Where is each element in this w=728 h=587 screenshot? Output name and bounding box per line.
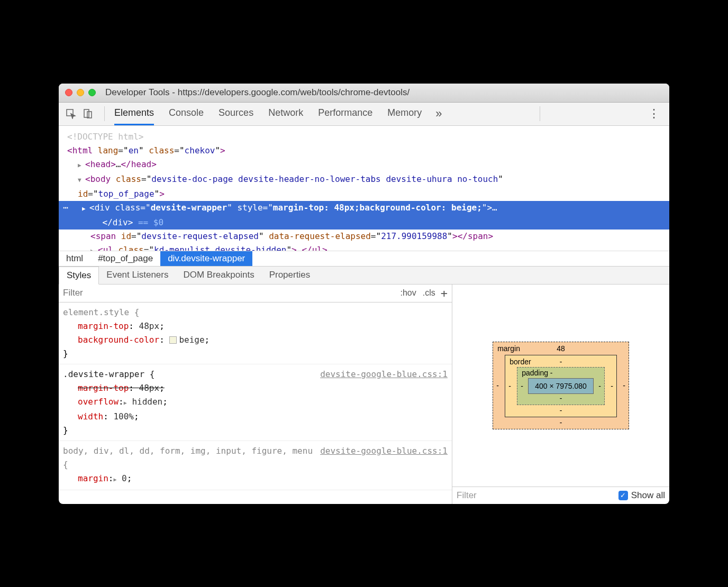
cls-button[interactable]: .cls bbox=[423, 288, 435, 298]
dom-head-node[interactable]: ▶<head>…</head> bbox=[67, 158, 669, 172]
zoom-icon[interactable] bbox=[88, 89, 96, 96]
padding-label: padding - bbox=[522, 369, 552, 377]
border-left-val[interactable]: - bbox=[508, 382, 511, 390]
checkbox-checked-icon[interactable]: ✓ bbox=[618, 491, 628, 500]
dom-selected-node[interactable]: ⋯ ▶<div class="devsite-wrapper" style="m… bbox=[59, 201, 669, 230]
source-link[interactable]: devsite-google-blue.css:1 bbox=[320, 444, 448, 458]
rule-devsite-wrapper[interactable]: devsite-google-blue.css:1 .devsite-wrapp… bbox=[59, 364, 452, 441]
device-icon[interactable] bbox=[81, 107, 95, 121]
content-size[interactable]: 400 × 7975.080 bbox=[528, 378, 594, 394]
tab-console[interactable]: Console bbox=[169, 102, 204, 125]
dom-span-node[interactable]: <span id="devsite-request-elapsed" data-… bbox=[67, 230, 669, 243]
computed-pane: margin 48 - - - border - - - - padding -… bbox=[452, 285, 669, 504]
window-title: Developer Tools - https://developers.goo… bbox=[105, 87, 410, 98]
crumb-body[interactable]: #top_of_page bbox=[90, 251, 160, 266]
tab-memory[interactable]: Memory bbox=[387, 102, 422, 125]
color-swatch-icon[interactable] bbox=[169, 336, 177, 344]
padding-bottom-val[interactable]: - bbox=[560, 394, 562, 402]
tab-sources[interactable]: Sources bbox=[219, 102, 253, 125]
traffic-lights bbox=[65, 89, 96, 96]
devtools-window: Developer Tools - https://developers.goo… bbox=[59, 84, 669, 504]
border-label: border bbox=[509, 357, 531, 366]
tab-elements[interactable]: Elements bbox=[114, 102, 154, 125]
styles-filter-input[interactable] bbox=[63, 288, 401, 298]
svg-rect-1 bbox=[84, 109, 89, 117]
main-toolbar: Elements Console Sources Network Perform… bbox=[59, 103, 669, 126]
svg-rect-2 bbox=[87, 112, 92, 118]
styles-subtabs: Styles Event Listeners DOM Breakpoints P… bbox=[59, 267, 669, 285]
show-all-toggle[interactable]: ✓ Show all bbox=[618, 490, 665, 501]
crumb-selected[interactable]: div.devsite-wrapper bbox=[160, 251, 252, 266]
border-top-val[interactable]: - bbox=[560, 357, 562, 366]
lower-panels: :hov .cls + element.style { margin-top: … bbox=[59, 285, 669, 504]
subtab-styles[interactable]: Styles bbox=[59, 267, 99, 285]
styles-pane: :hov .cls + element.style { margin-top: … bbox=[59, 285, 452, 504]
add-rule-icon[interactable]: + bbox=[441, 287, 448, 300]
inspect-icon[interactable] bbox=[64, 107, 78, 121]
margin-left-val[interactable]: - bbox=[496, 381, 499, 390]
kebab-menu-icon[interactable]: ⋮ bbox=[644, 107, 664, 121]
more-tabs-icon[interactable]: » bbox=[435, 107, 442, 121]
subtab-listeners[interactable]: Event Listeners bbox=[99, 267, 176, 284]
margin-right-val[interactable]: - bbox=[623, 381, 625, 390]
dom-ul-node[interactable]: ▶<ul class="kd-menulist devsite-hidden">… bbox=[67, 243, 669, 251]
dom-html-node[interactable]: <html lang="en" class="chekov"> bbox=[67, 144, 669, 158]
box-model[interactable]: margin 48 - - - border - - - - padding -… bbox=[452, 285, 669, 487]
margin-top-val[interactable]: 48 bbox=[557, 344, 565, 353]
styles-filter-row: :hov .cls + bbox=[59, 285, 452, 302]
subtab-dom-breakpoints[interactable]: DOM Breakpoints bbox=[176, 267, 261, 284]
margin-bottom-val[interactable]: - bbox=[560, 418, 562, 427]
close-icon[interactable] bbox=[65, 89, 72, 96]
breadcrumb: html #top_of_page div.devsite-wrapper bbox=[59, 251, 669, 267]
dom-tree[interactable]: <!DOCTYPE html> <html lang="en" class="c… bbox=[59, 126, 669, 251]
titlebar: Developer Tools - https://developers.goo… bbox=[59, 84, 669, 103]
dom-doctype[interactable]: <!DOCTYPE html> bbox=[67, 132, 144, 142]
crumb-html[interactable]: html bbox=[59, 251, 90, 266]
source-link[interactable]: devsite-google-blue.css:1 bbox=[320, 368, 448, 381]
toolbar-separator bbox=[540, 106, 540, 121]
rule-global[interactable]: devsite-google-blue.css:1 body, div, dl,… bbox=[59, 441, 452, 490]
border-right-val[interactable]: - bbox=[611, 382, 613, 390]
padding-left-val[interactable]: - bbox=[521, 382, 523, 390]
computed-filter-input[interactable]: Filter bbox=[457, 490, 477, 501]
minimize-icon[interactable] bbox=[77, 89, 84, 96]
computed-filter-row: Filter ✓ Show all bbox=[452, 487, 669, 504]
panel-tabs: Elements Console Sources Network Perform… bbox=[114, 102, 422, 125]
padding-right-val[interactable]: - bbox=[598, 382, 601, 390]
toolbar-separator bbox=[104, 106, 105, 121]
margin-label: margin bbox=[497, 344, 520, 353]
dom-body-node[interactable]: ▼<body class="devsite-doc-page devsite-h… bbox=[67, 172, 669, 187]
rule-element-style[interactable]: element.style { margin-top: 48px; backgr… bbox=[59, 302, 452, 364]
subtab-properties[interactable]: Properties bbox=[262, 267, 317, 284]
border-bottom-val[interactable]: - bbox=[560, 406, 562, 415]
tab-performance[interactable]: Performance bbox=[318, 102, 372, 125]
dom-body-node-cont[interactable]: id="top_of_page"> bbox=[67, 187, 669, 201]
tab-network[interactable]: Network bbox=[268, 102, 303, 125]
hov-button[interactable]: :hov bbox=[401, 288, 416, 298]
